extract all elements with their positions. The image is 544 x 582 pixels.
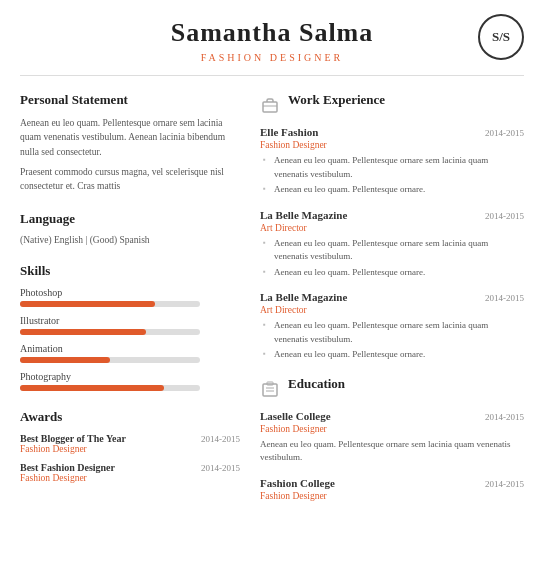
header: Samantha Salma FASHION DESIGNER S/S <box>0 0 544 76</box>
job-company: La Belle Magazine <box>260 209 347 221</box>
awards-title: Awards <box>20 409 240 425</box>
job-date: 2014-2015 <box>485 128 524 138</box>
job-header: La Belle Magazine 2014-2015 <box>260 209 524 221</box>
skill-label: Photography <box>20 371 240 382</box>
job-bullet: Aenean eu leo quam. Pellentesque ornare. <box>260 266 524 280</box>
job-role: Art Director <box>260 305 524 315</box>
job-entry: La Belle Magazine 2014-2015 Art Director… <box>260 291 524 362</box>
edu-entry: Laselle College 2014-2015 Fashion Design… <box>260 410 524 465</box>
edu-header: Laselle College 2014-2015 <box>260 410 524 422</box>
skill-bar-background <box>20 329 200 335</box>
award-name: Best Fashion Designer <box>20 462 115 473</box>
award-date: 2014-2015 <box>201 463 240 473</box>
skill-bar-background <box>20 301 200 307</box>
skill-item: Photoshop <box>20 287 240 307</box>
svg-rect-0 <box>263 102 277 112</box>
language-section: Language (Native) English | (Good) Spani… <box>20 211 240 245</box>
edu-body: Aenean eu leo quam. Pellentesque ornare … <box>260 438 524 465</box>
awards-section: Awards Best Blogger of The Year 2014-201… <box>20 409 240 483</box>
skill-item: Photography <box>20 371 240 391</box>
job-role: Fashion Designer <box>260 140 524 150</box>
education-icon <box>260 379 280 399</box>
title-heading: FASHION DESIGNER <box>20 52 524 63</box>
job-date: 2014-2015 <box>485 293 524 303</box>
job-date: 2014-2015 <box>485 211 524 221</box>
skill-bar-background <box>20 357 200 363</box>
left-column: Personal Statement Aenean eu leo quam. P… <box>20 92 240 515</box>
name-heading: Samantha Salma <box>20 18 524 48</box>
main-content: Personal Statement Aenean eu leo quam. P… <box>0 76 544 515</box>
award-name: Best Blogger of The Year <box>20 433 126 444</box>
skill-item: Animation <box>20 343 240 363</box>
job-company: Elle Fashion <box>260 126 318 138</box>
skill-bar-fill <box>20 385 164 391</box>
award-subtitle: Fashion Designer <box>20 473 240 483</box>
award-date: 2014-2015 <box>201 434 240 444</box>
briefcase-icon <box>260 95 280 115</box>
award-row: Best Blogger of The Year 2014-2015 <box>20 433 240 444</box>
job-header: La Belle Magazine 2014-2015 <box>260 291 524 303</box>
skill-bar-fill <box>20 357 110 363</box>
edu-role: Fashion Designer <box>260 424 524 434</box>
education-list: Laselle College 2014-2015 Fashion Design… <box>260 410 524 501</box>
job-bullet: Aenean eu leo quam. Pellentesque ornare … <box>260 154 524 181</box>
education-section: Education Laselle College 2014-2015 Fash… <box>260 376 524 501</box>
job-bullet: Aenean eu leo quam. Pellentesque ornare … <box>260 237 524 264</box>
edu-header: Fashion College 2014-2015 <box>260 477 524 489</box>
language-title: Language <box>20 211 240 227</box>
personal-statement-p1: Aenean eu leo quam. Pellentesque ornare … <box>20 116 240 159</box>
awards-list: Best Blogger of The Year 2014-2015 Fashi… <box>20 433 240 483</box>
jobs-list: Elle Fashion 2014-2015 Fashion Designer … <box>260 126 524 362</box>
job-company: La Belle Magazine <box>260 291 347 303</box>
work-experience-title: Work Experience <box>288 92 385 108</box>
skill-bar-background <box>20 385 200 391</box>
right-column: Work Experience Elle Fashion 2014-2015 F… <box>260 92 524 515</box>
skill-label: Illustrator <box>20 315 240 326</box>
work-experience-section: Work Experience Elle Fashion 2014-2015 F… <box>260 92 524 362</box>
skill-bar-fill <box>20 329 146 335</box>
education-title: Education <box>288 376 345 392</box>
edu-school: Laselle College <box>260 410 331 422</box>
svg-rect-2 <box>263 384 277 396</box>
skills-section: Skills Photoshop Illustrator Animation P… <box>20 263 240 391</box>
skills-title: Skills <box>20 263 240 279</box>
skill-label: Animation <box>20 343 240 354</box>
award-subtitle: Fashion Designer <box>20 444 240 454</box>
skill-item: Illustrator <box>20 315 240 335</box>
work-experience-header: Work Experience <box>260 92 524 118</box>
job-bullet: Aenean eu leo quam. Pellentesque ornare … <box>260 319 524 346</box>
job-entry: Elle Fashion 2014-2015 Fashion Designer … <box>260 126 524 197</box>
personal-statement-title: Personal Statement <box>20 92 240 108</box>
award-item: Best Fashion Designer 2014-2015 Fashion … <box>20 462 240 483</box>
edu-school: Fashion College <box>260 477 335 489</box>
skills-list: Photoshop Illustrator Animation Photogra… <box>20 287 240 391</box>
job-bullet: Aenean eu leo quam. Pellentesque ornare. <box>260 183 524 197</box>
personal-statement-section: Personal Statement Aenean eu leo quam. P… <box>20 92 240 193</box>
edu-role: Fashion Designer <box>260 491 524 501</box>
job-role: Art Director <box>260 223 524 233</box>
job-bullet: Aenean eu leo quam. Pellentesque ornare. <box>260 348 524 362</box>
edu-date: 2014-2015 <box>485 412 524 422</box>
skill-bar-fill <box>20 301 155 307</box>
education-header: Education <box>260 376 524 402</box>
award-row: Best Fashion Designer 2014-2015 <box>20 462 240 473</box>
avatar: S/S <box>478 14 524 60</box>
award-item: Best Blogger of The Year 2014-2015 Fashi… <box>20 433 240 454</box>
edu-date: 2014-2015 <box>485 479 524 489</box>
edu-entry: Fashion College 2014-2015 Fashion Design… <box>260 477 524 501</box>
language-text: (Native) English | (Good) Spanish <box>20 235 240 245</box>
personal-statement-p2: Praesent commodo cursus magna, vel scele… <box>20 165 240 194</box>
job-entry: La Belle Magazine 2014-2015 Art Director… <box>260 209 524 280</box>
skill-label: Photoshop <box>20 287 240 298</box>
job-header: Elle Fashion 2014-2015 <box>260 126 524 138</box>
